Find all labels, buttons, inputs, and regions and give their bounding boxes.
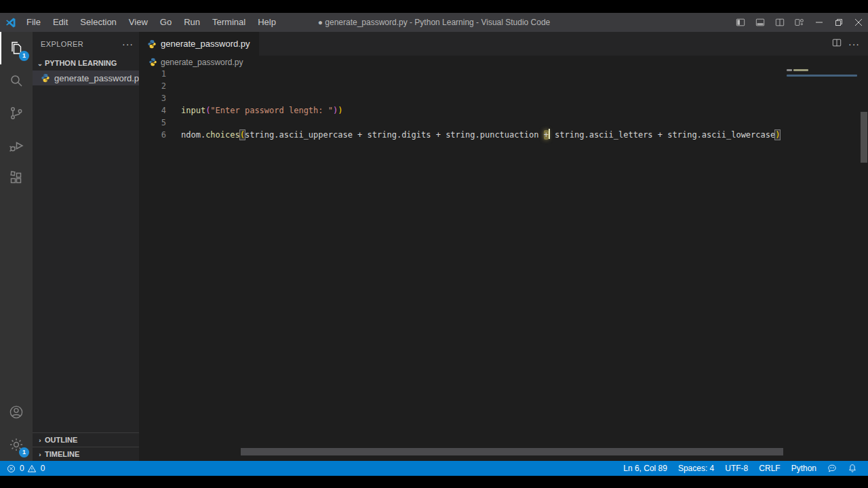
sidebar-bottom-panes: › OUTLINE › TIMELINE xyxy=(33,432,139,461)
encoding-setting[interactable]: UTF-8 xyxy=(719,464,753,473)
menu-terminal[interactable]: Terminal xyxy=(206,13,252,32)
line-number: 2 xyxy=(139,80,181,92)
code-line-1[interactable]: 1 xyxy=(139,68,868,80)
outline-label: OUTLINE xyxy=(45,436,77,444)
token-plus-selected: + xyxy=(544,130,549,140)
code-line-3[interactable]: 3 xyxy=(139,92,868,104)
outline-section[interactable]: › OUTLINE xyxy=(33,432,139,447)
more-actions-icon[interactable]: ··· xyxy=(848,39,860,49)
code-line-4[interactable]: 4input("Enter password length: ")) xyxy=(139,104,868,117)
minimap-line xyxy=(787,75,857,77)
language-mode[interactable]: Python xyxy=(786,464,822,473)
breadcrumb[interactable]: generate_password.py xyxy=(139,56,868,68)
toggle-panel-icon[interactable] xyxy=(750,13,770,32)
vscode-window: File Edit Selection View Go Run Terminal… xyxy=(0,0,868,488)
feedback-icon[interactable] xyxy=(822,464,842,473)
split-editor-icon[interactable] xyxy=(832,38,842,50)
status-bar: 0 0 Ln 6, Col 89 Spaces: 4 UTF-8 CRLF Py… xyxy=(0,461,868,476)
sidebar-header: EXPLORER ··· xyxy=(33,32,139,56)
token-identifier: ndom. xyxy=(181,130,205,140)
source-control-icon[interactable] xyxy=(0,97,33,129)
extensions-icon[interactable] xyxy=(0,162,33,195)
workspace-folder-header[interactable]: ⌄ PYTHON LEARNING xyxy=(33,56,139,70)
menu-edit[interactable]: Edit xyxy=(47,13,74,32)
settings-badge: 1 xyxy=(19,447,29,458)
timeline-section[interactable]: › TIMELINE xyxy=(33,447,139,461)
menu-go[interactable]: Go xyxy=(154,13,178,32)
customize-layout-icon[interactable] xyxy=(789,13,809,32)
sidebar-more-actions-icon[interactable]: ··· xyxy=(122,41,134,47)
problems-status[interactable]: 0 0 xyxy=(0,464,45,473)
menu-selection[interactable]: Selection xyxy=(74,13,122,32)
timeline-label: TIMELINE xyxy=(45,450,79,458)
line-number: 1 xyxy=(139,68,181,80)
tab-generate-password[interactable]: generate_password.py xyxy=(139,32,259,56)
file-item-generate-password[interactable]: generate_password.py xyxy=(33,70,139,85)
code-line-5[interactable]: 5 xyxy=(139,117,868,129)
token-string: "Enter password length: " xyxy=(210,106,333,115)
workspace-folder-label: PYTHON LEARNING xyxy=(45,59,117,67)
token-input: input xyxy=(181,106,205,115)
vertical-scrollbar-thumb[interactable] xyxy=(861,112,867,163)
explorer-icon[interactable]: 1 xyxy=(0,32,33,64)
sidebar-title: EXPLORER xyxy=(41,40,83,48)
code-line-6[interactable]: 6ndom.choices(string.ascii_uppercase + s… xyxy=(139,129,868,141)
editor-group: generate_password.py ··· generate_passwo… xyxy=(139,32,868,461)
horizontal-scrollbar-thumb[interactable] xyxy=(241,448,783,455)
split-editor-layout-icon[interactable] xyxy=(770,13,789,32)
settings-gear-icon[interactable]: 1 xyxy=(0,428,33,461)
window-controls xyxy=(730,13,868,32)
python-file-icon xyxy=(147,39,157,49)
error-count: 0 xyxy=(20,464,24,473)
menu-bar: File Edit Selection View Go Run Terminal… xyxy=(20,13,282,32)
file-name: generate_password.py xyxy=(54,73,144,83)
notifications-bell-icon[interactable] xyxy=(842,464,863,473)
editor-actions: ··· xyxy=(832,32,868,56)
toggle-sidebar-icon[interactable] xyxy=(730,13,750,32)
search-icon[interactable] xyxy=(0,64,33,97)
activity-bar-bottom: 1 xyxy=(0,396,33,461)
tab-label: generate_password.py xyxy=(161,39,250,49)
workbench: 1 1 xyxy=(0,32,868,461)
chevron-right-icon: › xyxy=(35,451,45,458)
title-bar: File Edit Selection View Go Run Terminal… xyxy=(0,13,868,32)
minimap-line xyxy=(793,69,808,71)
explorer-sidebar: EXPLORER ··· ⌄ PYTHON LEARNING generate_… xyxy=(33,32,139,461)
status-bar-right: Ln 6, Col 89 Spaces: 4 UTF-8 CRLF Python xyxy=(618,464,868,473)
minimap[interactable] xyxy=(785,68,860,149)
accounts-icon[interactable] xyxy=(0,396,33,428)
line-number: 3 xyxy=(139,92,181,104)
tab-bar: generate_password.py ··· xyxy=(139,32,868,56)
token-paren-matched: ( xyxy=(240,130,245,140)
cursor-position[interactable]: Ln 6, Col 89 xyxy=(618,464,673,473)
breadcrumb-file[interactable]: generate_password.py xyxy=(161,58,243,67)
explorer-badge: 1 xyxy=(19,51,29,61)
run-and-debug-icon[interactable] xyxy=(0,129,33,162)
menu-view[interactable]: View xyxy=(123,13,154,32)
code-editor[interactable]: 1 2 3 4input("Enter password length: "))… xyxy=(139,68,868,141)
python-file-icon xyxy=(41,73,50,83)
eol-setting[interactable]: CRLF xyxy=(753,464,785,473)
line-number: 4 xyxy=(139,104,181,117)
menu-run[interactable]: Run xyxy=(178,13,206,32)
restore-button[interactable] xyxy=(829,13,848,32)
token-paren-matched: ) xyxy=(775,130,780,140)
token-arguments: string.ascii_uppercase + string.digits +… xyxy=(245,130,544,140)
vertical-scrollbar[interactable] xyxy=(860,68,868,454)
chevron-down-icon: ⌄ xyxy=(35,60,45,66)
errors-icon xyxy=(7,464,16,473)
warnings-icon xyxy=(27,464,37,473)
indentation-setting[interactable]: Spaces: 4 xyxy=(673,464,719,473)
line-number: 6 xyxy=(139,129,181,141)
horizontal-scrollbar[interactable] xyxy=(241,448,868,455)
line-number: 5 xyxy=(139,117,181,129)
menu-file[interactable]: File xyxy=(20,13,47,32)
close-button[interactable] xyxy=(848,13,868,32)
token-choices: choices xyxy=(205,130,240,140)
code-line-2[interactable]: 2 xyxy=(139,80,868,92)
activity-bar: 1 1 xyxy=(0,32,33,461)
menu-help[interactable]: Help xyxy=(252,13,282,32)
minimize-button[interactable] xyxy=(809,13,829,32)
warning-count: 0 xyxy=(41,464,45,473)
vscode-logo-icon[interactable] xyxy=(0,17,20,28)
